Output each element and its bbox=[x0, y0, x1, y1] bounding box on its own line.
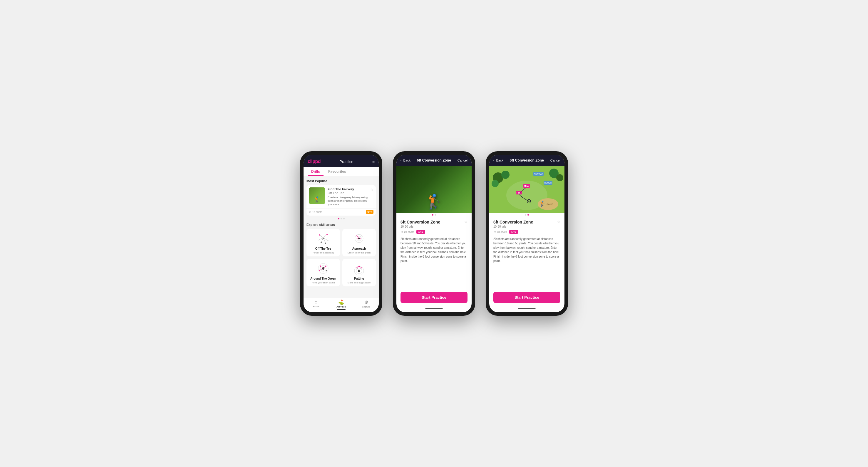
nav-home[interactable]: ⌂ Home bbox=[304, 299, 329, 310]
phone-3-bottom bbox=[489, 306, 564, 312]
svg-point-41 bbox=[501, 171, 509, 179]
atg-title: Around The Green bbox=[310, 277, 336, 280]
phone3-back-button[interactable]: < Back bbox=[493, 159, 503, 162]
phone3-drill-shots-info: ⏱ 20 shots bbox=[493, 231, 507, 234]
golfer-thumbnail bbox=[309, 188, 325, 204]
approach-skill-icon bbox=[351, 232, 367, 245]
ott-skill-icon bbox=[315, 232, 332, 245]
putting-skill-icon bbox=[351, 262, 367, 275]
tabs-bar: Drills Favourites bbox=[304, 167, 379, 176]
approach-title: Approach bbox=[352, 247, 366, 250]
explore-title: Explore skill areas bbox=[307, 223, 376, 227]
phone3-drill-title-row: 6ft Conversion Zone ☆ bbox=[493, 220, 560, 224]
drill-detail-content: 6ft Conversion Zone ☆ 10-50 yds ⏱ 20 sho… bbox=[396, 217, 472, 292]
phone3-shots-clock-icon: ⏱ bbox=[493, 231, 496, 234]
phone-1-content: Most Popular Find The Fairway Off The Te… bbox=[304, 176, 379, 297]
clock-icon: ⏱ bbox=[309, 210, 311, 213]
start-practice-button[interactable]: Start Practice bbox=[401, 292, 467, 303]
featured-drill-title: Find The Fairway bbox=[328, 188, 368, 191]
home-label: Home bbox=[313, 305, 319, 308]
phone3-home-indicator bbox=[518, 308, 536, 309]
phone3-drill-name: 6ft Conversion Zone bbox=[493, 220, 533, 224]
featured-card-footer: ⏱ 10 shots OTT bbox=[307, 208, 376, 215]
putting-subtitle: Make and lag practice bbox=[348, 281, 371, 284]
favourite-icon[interactable]: ☆ bbox=[370, 188, 373, 192]
svg-point-8 bbox=[327, 234, 328, 235]
most-popular-title: Most Popular bbox=[307, 179, 376, 183]
shots-info: ⏱ 10 shots bbox=[309, 210, 322, 213]
back-button[interactable]: < Back bbox=[401, 159, 410, 162]
drill-range: 10-50 yds bbox=[401, 225, 467, 228]
phone-3-header: < Back 6ft Conversion Zone Cancel bbox=[489, 155, 564, 166]
phone-1-screen: clippd Practice ≡ Drills Favourites Most… bbox=[304, 155, 379, 312]
shots-clock-icon: ⏱ bbox=[401, 231, 403, 234]
ott-badge: OTT bbox=[366, 210, 373, 214]
skill-card-atg[interactable]: Around The Green Hone your short game bbox=[307, 259, 340, 287]
svg-point-9 bbox=[320, 242, 322, 243]
phone3-start-practice-button[interactable]: Start Practice bbox=[493, 292, 560, 303]
home-icon: ⌂ bbox=[315, 299, 318, 305]
activities-label: Activities bbox=[336, 305, 346, 308]
activities-icon: ⛳ bbox=[338, 299, 344, 305]
phone-3: < Back 6ft Conversion Zone Cancel SAND bbox=[486, 151, 568, 316]
skill-card-putting[interactable]: Putting Make and lag practice bbox=[342, 259, 376, 287]
svg-text:Miss: Miss bbox=[524, 185, 529, 188]
svg-text:FAIRWAY: FAIRWAY bbox=[534, 173, 543, 175]
skill-card-approach[interactable]: Approach Dial-in to hit the green bbox=[342, 229, 376, 257]
svg-text:SAND: SAND bbox=[547, 203, 553, 206]
drill-name: 6ft Conversion Zone bbox=[401, 220, 440, 224]
course-map: SAND FAIRWAY ROUGH bbox=[489, 166, 564, 213]
phone3-drill-favourite-icon[interactable]: ☆ bbox=[557, 220, 560, 224]
phone-2-bottom bbox=[396, 306, 472, 312]
drill-description-text: 20 shots are randomly generated at dista… bbox=[401, 237, 467, 263]
capture-label: Capture bbox=[362, 305, 370, 308]
svg-line-5 bbox=[318, 238, 323, 240]
phone3-image-carousel-dots bbox=[489, 213, 564, 217]
home-indicator bbox=[425, 308, 443, 309]
nav-activities[interactable]: ⛳ Activities bbox=[329, 299, 353, 310]
atg-skill-icon bbox=[315, 262, 332, 275]
featured-drill-card[interactable]: Find The Fairway Off The Tee Create an i… bbox=[307, 185, 376, 215]
svg-point-10 bbox=[325, 243, 326, 244]
phone3-drill-detail-content: 6ft Conversion Zone ☆ 10-50 yds ⏱ 20 sho… bbox=[489, 217, 564, 292]
featured-card-inner: Find The Fairway Off The Tee Create an i… bbox=[307, 185, 376, 208]
shots-count: 10 shots bbox=[312, 210, 322, 213]
phone-1: clippd Practice ≡ Drills Favourites Most… bbox=[300, 151, 382, 316]
phone-1-header: clippd Practice ≡ bbox=[304, 155, 379, 167]
atg-subtitle: Hone your short game bbox=[311, 281, 335, 284]
dot-2 bbox=[341, 218, 342, 220]
svg-line-25 bbox=[323, 266, 326, 268]
svg-line-1 bbox=[320, 235, 323, 238]
featured-drill-image bbox=[309, 188, 325, 204]
svg-line-15 bbox=[359, 235, 362, 238]
dot-1 bbox=[338, 218, 339, 220]
drill-shots-count: 20 shots bbox=[404, 231, 414, 234]
tab-favourites[interactable]: Favourites bbox=[325, 167, 350, 176]
svg-point-7 bbox=[319, 234, 320, 236]
drill-meta: ⏱ 20 shots ARG bbox=[401, 230, 467, 234]
capture-icon: ⊕ bbox=[364, 299, 368, 305]
map-svg: SAND FAIRWAY ROUGH bbox=[489, 166, 564, 213]
drill-header-title: 6ft Conversion Zone bbox=[417, 158, 451, 162]
putting-icon-container bbox=[350, 261, 368, 276]
phone3-drill-shots-count: 20 shots bbox=[497, 231, 507, 234]
svg-point-54 bbox=[528, 201, 529, 202]
svg-point-42 bbox=[492, 180, 499, 187]
dot-3 bbox=[343, 218, 345, 220]
menu-icon[interactable]: ≡ bbox=[372, 159, 375, 164]
svg-text:ROUGH: ROUGH bbox=[544, 182, 552, 184]
phone3-drill-header-title: 6ft Conversion Zone bbox=[510, 158, 544, 162]
drill-favourite-icon[interactable]: ☆ bbox=[464, 220, 467, 224]
nav-capture[interactable]: ⊕ Capture bbox=[354, 299, 379, 310]
phone-2-header: < Back 6ft Conversion Zone Cancel bbox=[396, 155, 472, 166]
featured-drill-description: Create an imaginary fairway using trees … bbox=[328, 196, 368, 206]
svg-line-2 bbox=[323, 234, 327, 238]
phone3-arg-badge: ARG bbox=[509, 230, 518, 234]
svg-text:🏌️: 🏌️ bbox=[539, 201, 546, 207]
ott-title: Off The Tee bbox=[315, 247, 331, 250]
phone3-cancel-button[interactable]: Cancel bbox=[550, 159, 560, 162]
skill-card-ott[interactable]: Off The Tee Power and accuracy bbox=[307, 229, 340, 257]
tab-drills[interactable]: Drills bbox=[308, 167, 323, 176]
featured-card-text: Find The Fairway Off The Tee Create an i… bbox=[328, 188, 368, 206]
cancel-button[interactable]: Cancel bbox=[458, 159, 467, 162]
